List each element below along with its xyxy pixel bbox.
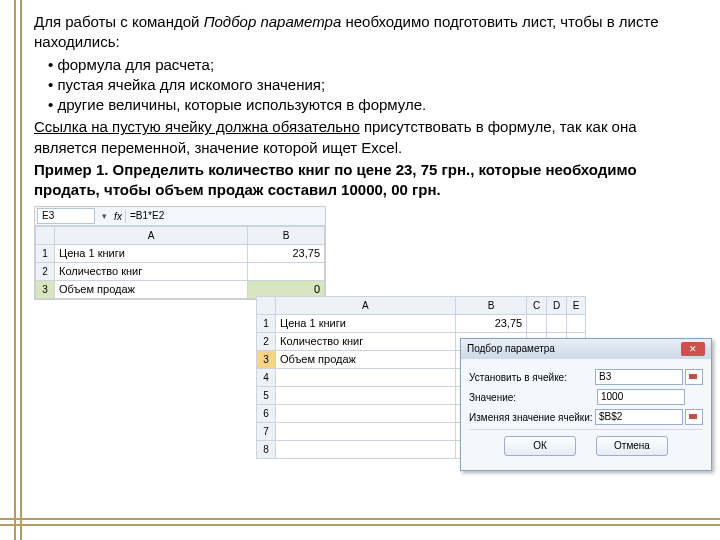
bullet-formula: формула для расчета; — [48, 55, 700, 75]
bcol-D[interactable]: D — [547, 297, 567, 315]
cell-B2[interactable] — [248, 263, 325, 281]
bcol-A[interactable]: A — [276, 297, 456, 315]
goal-seek-dialog: Подбор параметра ✕ Установить в ячейке: … — [460, 338, 712, 471]
formula-bar[interactable]: =B1*E2 — [125, 209, 325, 223]
input-change-cell[interactable]: $B$2 — [595, 409, 683, 425]
bullet-other: другие величины, которые используются в … — [48, 95, 700, 115]
bullet-list: формула для расчета; пустая ячейка для и… — [48, 55, 700, 116]
row-1[interactable]: 1 — [36, 245, 55, 263]
bullet-empty-cell: пустая ячейка для искомого значения; — [48, 75, 700, 95]
fx-icon[interactable]: fx — [111, 210, 125, 224]
name-box-dropdown-icon[interactable]: ▾ — [97, 210, 111, 222]
col-A[interactable]: A — [55, 227, 248, 245]
col-B[interactable]: B — [248, 227, 325, 245]
close-icon[interactable]: ✕ — [681, 342, 705, 356]
cancel-button[interactable]: Отмена — [596, 436, 668, 456]
row-3[interactable]: 3 — [36, 281, 55, 299]
ok-button[interactable]: ОК — [504, 436, 576, 456]
label-set-cell: Установить в ячейке: — [469, 371, 595, 385]
input-value[interactable]: 1000 — [597, 389, 685, 405]
intro-paragraph: Для работы с командой Подбор параметра н… — [34, 12, 700, 53]
bcol-C[interactable]: C — [527, 297, 547, 315]
note-underline: Ссылка на пустую ячейку должна обязатель… — [34, 118, 360, 135]
input-set-cell[interactable]: B3 — [595, 369, 683, 385]
cell-A3[interactable]: Объем продаж — [55, 281, 248, 299]
excel-mini-screenshot: E3 ▾ fx =B1*E2 AB 1Цена 1 книги23,75 2Ко… — [34, 206, 326, 300]
cell-B1[interactable]: 23,75 — [248, 245, 325, 263]
intro-part1: Для работы с командой — [34, 13, 204, 30]
mini-grid: AB 1Цена 1 книги23,75 2Количество книг 3… — [35, 226, 325, 299]
cell-A1[interactable]: Цена 1 книги — [55, 245, 248, 263]
name-box[interactable]: E3 — [37, 208, 95, 224]
bcol-B[interactable]: B — [455, 297, 526, 315]
command-name: Подбор параметра — [204, 13, 342, 30]
range-picker-icon[interactable] — [685, 369, 703, 385]
dialog-title: Подбор параметра — [467, 339, 555, 359]
note-paragraph: Ссылка на пустую ячейку должна обязатель… — [34, 117, 700, 158]
label-change-cell: Изменяя значение ячейки: — [469, 411, 595, 425]
cell-A2[interactable]: Количество книг — [55, 263, 248, 281]
label-value: Значение: — [469, 391, 597, 405]
bcol-E[interactable]: E — [567, 297, 586, 315]
row-2[interactable]: 2 — [36, 263, 55, 281]
range-picker-icon-2[interactable] — [685, 409, 703, 425]
example-heading: Пример 1. Определить количество книг по … — [34, 160, 700, 201]
